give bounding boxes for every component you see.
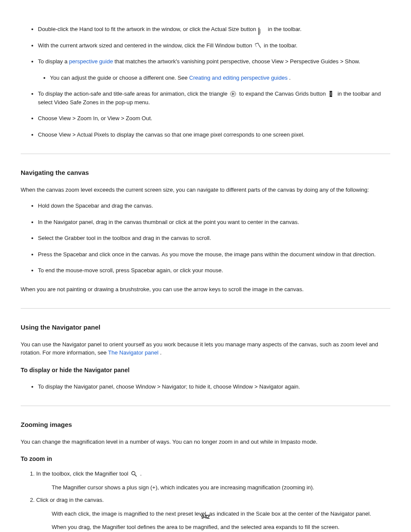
section-heading: Using the Navigator panel (21, 323, 390, 333)
list-item: You can adjust the guide or choose a dif… (50, 74, 390, 82)
list-item: In the Navigator panel, drag in the canv… (38, 218, 390, 227)
list-item: Press the Spacebar and click once in the… (38, 250, 390, 259)
section-continued-list: Double-click the Hand tool to fit the ar… (21, 25, 390, 154)
paragraph: You can use the Navigator panel to orien… (21, 340, 390, 357)
section-heading: Navigating the canvas (21, 168, 390, 178)
svg-point-2 (131, 472, 135, 475)
text: in the toolbar. (268, 26, 302, 32)
svg-line-3 (134, 475, 137, 477)
text: To display the action-safe and title-saf… (38, 90, 229, 97)
list-item: Select the Grabber tool in the toolbox a… (38, 234, 390, 243)
magnifier-icon (131, 471, 138, 477)
text: that matches the artwork's vanishing poi… (115, 58, 290, 65)
list-item: With the current artwork sized and cente… (38, 41, 390, 50)
list-item: Double-click the Hand tool to fit the ar… (38, 25, 390, 34)
list-item: To display a perspective guide that matc… (38, 57, 390, 82)
list-item: Choose View > Actual Pixels to display t… (38, 131, 390, 139)
text: . (289, 75, 291, 81)
text: Double-click the Hand tool to fit the ar… (38, 26, 258, 32)
list-item: In the toolbox, click the Magnifier tool… (36, 470, 390, 492)
list-item: To display the Navigator panel, choose W… (38, 383, 390, 391)
fill-window-icon (255, 43, 262, 49)
text: To display a (38, 58, 69, 65)
note: The Magnifier cursor shows a plus sign (… (36, 483, 390, 492)
steps-list: Double-click the Hand tool to fit the ar… (21, 25, 390, 139)
text: You can use the Navigator panel to orien… (21, 341, 378, 356)
actual-size-icon (258, 26, 265, 32)
page-number: 942 (0, 513, 411, 521)
paragraph: When you are not painting or drawing a b… (21, 285, 390, 294)
paragraph: You can change the magnification level i… (21, 438, 390, 446)
text: Perspective Guides > Show. (290, 58, 360, 65)
text: Click or drag in the canvas. (36, 497, 104, 503)
list-item: To display the action-safe and title-saf… (38, 90, 390, 106)
section-heading: Zooming images (21, 420, 390, 430)
paragraph: When the canvas zoom level exceeds the c… (21, 186, 390, 194)
canvas-grids-icon (328, 91, 335, 97)
subheading: To zoom in (21, 454, 390, 464)
text: You can adjust the guide or choose a dif… (50, 75, 189, 81)
text: . (140, 470, 142, 477)
text: to expand the Canvas Grids button (239, 90, 327, 97)
text: With the current artwork sized and cente… (38, 42, 254, 49)
section-navigating-canvas: Navigating the canvas When the canvas zo… (21, 154, 390, 308)
list-item: Hold down the Spacebar and drag the canv… (38, 202, 390, 210)
text: Choose View > Zoom In, or View > Zoom Ou… (38, 115, 152, 121)
list-item: Choose View > Zoom In, or View > Zoom Ou… (38, 114, 390, 123)
perspective-guide-link[interactable]: perspective guide (69, 58, 113, 65)
text: . (160, 349, 162, 356)
ordered-steps: In the toolbox, click the Magnifier tool… (21, 470, 390, 532)
creating-guides-link[interactable]: Creating and editing perspective guides (189, 75, 287, 81)
note: When you drag, the Magnifier tool define… (36, 523, 390, 532)
triangle-expand-icon (230, 91, 237, 97)
navigator-panel-link[interactable]: The Navigator panel (108, 349, 159, 356)
text: Choose View > Actual Pixels to display t… (38, 131, 305, 138)
subheading: To display or hide the Navigator panel (21, 366, 390, 375)
text: In the toolbox, click the Magnifier tool (36, 470, 130, 477)
text: in the toolbar. (264, 42, 297, 49)
list-item: To end the mouse-move scroll, press Spac… (38, 266, 390, 275)
section-navigator-panel: Using the Navigator panel You can use th… (21, 308, 390, 406)
